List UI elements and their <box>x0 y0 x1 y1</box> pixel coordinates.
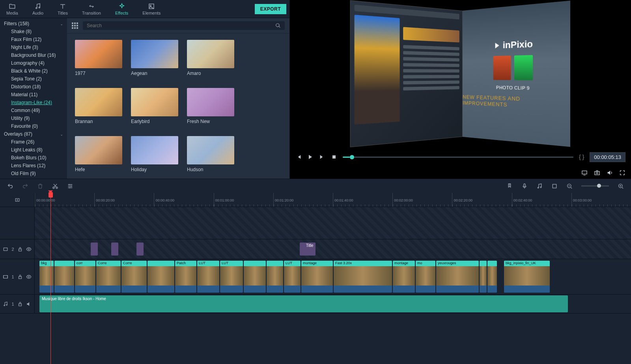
sidebar-item[interactable]: Distortion (18) <box>0 83 67 91</box>
svg-point-23 <box>4 305 5 306</box>
library-tabs: Media Audio Titles Transition Effects <box>0 0 289 18</box>
title-clip[interactable]: Title <box>300 243 316 256</box>
sidebar-item[interactable]: Old Film (9) <box>0 170 67 177</box>
timeline-ruler[interactable]: 00:00:00:0000:00:20:0000:00:40:0000:01:0… <box>35 193 631 207</box>
video-clip[interactable] <box>54 261 74 293</box>
video-clip[interactable]: corr <box>75 261 95 293</box>
sidebar-item[interactable]: Background Blur (16) <box>0 51 67 59</box>
sidebar-item[interactable]: Frame (26) <box>0 138 67 146</box>
render-display-icon[interactable] <box>581 170 588 176</box>
video-clip[interactable]: montage <box>301 261 333 293</box>
volume-icon[interactable] <box>607 170 613 176</box>
play-button[interactable] <box>307 154 314 160</box>
lock-icon[interactable] <box>17 246 23 252</box>
mixer-icon[interactable] <box>536 183 543 189</box>
zoom-slider[interactable] <box>581 185 609 187</box>
sidebar-item[interactable]: Faux Film (12) <box>0 35 67 43</box>
tab-transition[interactable]: Transition <box>79 1 104 17</box>
audio-clip[interactable]: Musique libre de droits Ikson - Home <box>39 295 568 312</box>
sidebar-item[interactable]: Utility (9) <box>0 114 67 122</box>
grid-view-toggle[interactable] <box>72 22 78 29</box>
sidebar-item[interactable]: Material (11) <box>0 91 67 99</box>
title-clip[interactable] <box>91 243 98 256</box>
eye-icon[interactable] <box>26 246 32 252</box>
preview-progress[interactable] <box>343 157 573 158</box>
sidebar-item[interactable]: Light Leaks (8) <box>0 146 67 154</box>
sidebar-item[interactable]: Lomography (4) <box>0 59 67 67</box>
export-button[interactable]: EXPORT <box>255 4 286 14</box>
video-clip[interactable] <box>480 261 487 293</box>
video-clip[interactable]: yeuxrouges <box>436 261 479 293</box>
sidebar-item[interactable]: Bokeh Blurs (10) <box>0 154 67 162</box>
adjust-icon[interactable] <box>67 183 73 189</box>
video-clip[interactable]: Corre <box>121 261 147 293</box>
video-clip[interactable]: Fast 3.20x <box>334 261 392 293</box>
lock-icon[interactable] <box>17 274 23 280</box>
add-track-button[interactable] <box>0 193 35 207</box>
effect-thumb[interactable]: Holiday <box>131 136 178 172</box>
effect-thumb[interactable]: Amaro <box>187 40 234 76</box>
zoom-out-icon[interactable] <box>566 183 573 189</box>
video-clip[interactable] <box>147 261 174 293</box>
effect-thumb[interactable]: Earlybird <box>131 88 178 124</box>
sidebar-item[interactable]: Night Life (3) <box>0 43 67 51</box>
video-clip[interactable] <box>487 261 497 293</box>
stop-button[interactable] <box>331 154 337 160</box>
video-clip[interactable]: montage <box>393 261 415 293</box>
video-clip[interactable]: bkg_inpixio_fin_UK <box>504 261 550 293</box>
sidebar-category[interactable]: Filters (158)⌄ <box>0 20 67 28</box>
tab-audio[interactable]: Audio <box>29 1 47 17</box>
video-clip[interactable]: LUT <box>220 261 243 293</box>
title-clip[interactable] <box>111 243 118 256</box>
marker-brackets[interactable]: { } <box>579 154 584 160</box>
video-clip[interactable] <box>267 261 283 293</box>
video-clip[interactable]: LUT <box>284 261 301 293</box>
tab-media[interactable]: Media <box>3 1 21 17</box>
video-clip[interactable]: bkg <box>39 261 54 293</box>
video-clip[interactable]: LUT <box>197 261 219 293</box>
title-clip[interactable] <box>136 243 144 256</box>
sidebar-item[interactable]: Common (49) <box>0 106 67 114</box>
crop-icon[interactable] <box>551 183 558 189</box>
sidebar-item[interactable]: Favourite (0) <box>0 122 67 130</box>
delete-icon[interactable] <box>37 183 43 189</box>
marker-icon[interactable] <box>506 183 513 189</box>
video-clip[interactable]: Patch <box>175 261 196 293</box>
video-clip[interactable]: Corre <box>96 261 121 293</box>
sidebar-item[interactable]: Shake (8) <box>0 28 67 35</box>
fullscreen-icon[interactable] <box>619 170 625 176</box>
effect-thumb[interactable]: 1977 <box>75 40 122 76</box>
tab-titles[interactable]: Titles <box>54 1 71 17</box>
next-frame-button[interactable] <box>319 154 325 160</box>
search-input[interactable] <box>87 23 275 28</box>
speaker-icon[interactable] <box>26 301 32 307</box>
effect-thumb[interactable]: Brannan <box>75 88 122 124</box>
effect-thumb[interactable]: Fresh New <box>187 88 234 124</box>
effect-thumb[interactable]: Hudson <box>187 136 234 172</box>
video-clip[interactable] <box>244 261 266 293</box>
tab-effects[interactable]: Effects <box>112 1 131 17</box>
record-vo-icon[interactable] <box>521 183 528 189</box>
redo-icon[interactable] <box>22 183 28 189</box>
undo-icon[interactable] <box>7 183 13 189</box>
eye-icon[interactable] <box>26 274 32 280</box>
prev-frame-button[interactable] <box>295 154 302 160</box>
preview-timecode[interactable]: 00:00:05:13 <box>590 152 625 162</box>
effect-thumb[interactable]: Hefe <box>75 136 122 172</box>
sidebar-item[interactable]: Black & White (2) <box>0 67 67 75</box>
cut-icon[interactable] <box>52 183 58 189</box>
tab-elements[interactable]: Elements <box>139 1 164 17</box>
ruler-tick: 00:00:40:00 <box>154 193 213 207</box>
video-clip[interactable]: mo <box>416 261 435 293</box>
lock-icon[interactable] <box>17 301 23 307</box>
sidebar-category[interactable]: Overlays (87)⌄ <box>0 130 67 138</box>
sidebar-item[interactable]: Instagram-Like (24) <box>0 99 67 106</box>
snapshot-icon[interactable] <box>594 170 600 176</box>
sidebar-item[interactable]: Sepia Tone (2) <box>0 75 67 83</box>
playhead[interactable] <box>50 193 51 364</box>
timeline-toolbar <box>0 179 631 193</box>
sidebar-item[interactable]: Lens Flares (12) <box>0 162 67 170</box>
zoom-in-icon[interactable] <box>618 183 624 189</box>
preview-viewport: inPixio PHOTO CLIP 9 NEW FEATURES AND IM… <box>290 0 631 147</box>
effect-thumb[interactable]: Aegean <box>131 40 178 76</box>
